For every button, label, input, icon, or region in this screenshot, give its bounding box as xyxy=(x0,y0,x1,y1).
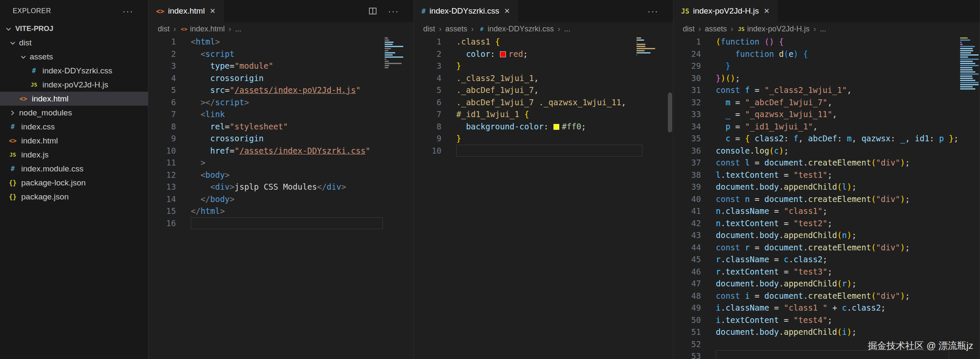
color-swatch[interactable] xyxy=(500,51,506,57)
file-tree-item-package.json[interactable]: {}package.json xyxy=(0,190,148,204)
breadcrumb-item[interactable]: dist xyxy=(423,25,435,34)
file-tree-item-assets[interactable]: assets xyxy=(0,50,148,64)
line-number: 6 xyxy=(148,96,176,109)
minimap[interactable] xyxy=(637,37,654,59)
code-line: 39document.body.appendChild(l); xyxy=(673,181,980,193)
line-content: document.body.appendChild(n); xyxy=(701,229,857,241)
line-content: i.textContent = "test4"; xyxy=(701,314,832,326)
chevron-down-icon xyxy=(8,38,18,48)
breadcrumb: dist›<>index.html›... xyxy=(148,22,413,36)
line-number: 44 xyxy=(673,241,701,254)
file-label: index.js xyxy=(21,150,48,160)
line-content: const n = document.createElement("div"); xyxy=(701,193,910,205)
line-content: (function () { xyxy=(701,36,784,48)
file-tree-item-package-lock.json[interactable]: {}package-lock.json xyxy=(0,176,148,190)
breadcrumb-item[interactable]: ... xyxy=(564,25,570,34)
line-number: 1 xyxy=(673,36,701,48)
file-tree-item-index.js[interactable]: JSindex.js xyxy=(0,148,148,162)
tab-icon-slot: JS xyxy=(681,7,693,15)
html-file-icon: <> xyxy=(156,7,164,15)
file-label: index-poV2Jd-H.js xyxy=(42,80,108,90)
json-file-icon: {} xyxy=(8,179,18,187)
breadcrumb-item[interactable]: ... xyxy=(820,25,826,34)
line-number: 1 xyxy=(148,36,176,48)
line-number: 41 xyxy=(673,205,701,217)
line-content: console.log(c); xyxy=(701,145,789,157)
file-tree-item-index.html[interactable]: <>index.html xyxy=(0,92,148,106)
code-line: 7 <link xyxy=(148,108,413,121)
tab-index-html[interactable]: <> index.html × xyxy=(148,0,223,22)
scrollbar-thumb[interactable] xyxy=(668,93,672,132)
line-number: 4 xyxy=(414,72,441,84)
vscode-window: EXPLORER ··· VITE-PROJ distassets#index-… xyxy=(0,0,980,359)
split-editor-icon[interactable] xyxy=(368,6,378,16)
code-line: 10 xyxy=(414,145,673,157)
line-number: 10 xyxy=(414,145,441,157)
breadcrumb-item[interactable]: dist xyxy=(683,25,695,34)
file-tree: distassets#index-DDYszrki.cssJSindex-poV… xyxy=(0,36,148,204)
editor-more-icon[interactable]: ··· xyxy=(648,7,659,15)
line-content: r.className = c.class2; xyxy=(701,253,827,266)
line-number: 7 xyxy=(148,108,176,121)
breadcrumb-item[interactable]: #index-DDYszrki.css xyxy=(477,25,554,34)
code-editor[interactable]: 1(function () {24 function d(e) {29 }30}… xyxy=(673,36,980,359)
minimap[interactable] xyxy=(385,37,404,71)
line-number: 30 xyxy=(673,72,701,84)
line-number: 47 xyxy=(673,278,701,290)
file-tree-item-index.html[interactable]: <>index.html xyxy=(0,134,148,148)
line-number: 8 xyxy=(414,121,441,133)
explorer-sidebar: EXPLORER ··· VITE-PROJ distassets#index-… xyxy=(0,0,148,359)
editor-group-css: # index-DDYszrki.css × ··· dist›assets›#… xyxy=(414,0,673,359)
breadcrumb-item[interactable]: dist xyxy=(158,25,170,34)
file-tree-item-dist[interactable]: dist xyxy=(0,36,148,50)
line-content: function d(e) { xyxy=(701,48,808,60)
code-line: 5 src="/assets/index-poV2Jd-H.js" xyxy=(148,84,413,96)
line-number: 42 xyxy=(673,217,701,230)
tab-index-ddyszrki-css[interactable]: # index-DDYszrki.css × xyxy=(414,0,518,22)
line-content: src="/assets/index-poV2Jd-H.js" xyxy=(176,84,360,96)
line-number: 9 xyxy=(148,132,176,145)
file-tree-item-node_modules[interactable]: node_modules xyxy=(0,106,148,120)
close-icon[interactable]: × xyxy=(764,6,770,16)
code-editor[interactable]: 1<html>2 <script3 type="module"4 crossor… xyxy=(148,36,413,359)
close-icon[interactable]: × xyxy=(504,6,510,16)
code-line: 10 href="/assets/index-DDYszrki.css" xyxy=(148,145,413,157)
editor-more-icon[interactable]: ··· xyxy=(388,7,399,15)
file-tree-item-index.module.css[interactable]: #index.module.css xyxy=(0,162,148,176)
line-content: ></script> xyxy=(176,96,249,109)
line-content: <html> xyxy=(176,36,220,48)
tabbar-actions: ··· xyxy=(648,0,673,22)
tab-index-pov2jd-h-js[interactable]: JS index-poV2Jd-H.js × xyxy=(673,0,777,22)
line-content: } xyxy=(441,60,461,72)
file-label: package.json xyxy=(21,192,69,202)
breadcrumb-label: dist xyxy=(423,25,435,34)
project-section-header[interactable]: VITE-PROJ xyxy=(0,22,148,36)
breadcrumb-item[interactable]: JSindex-poV2Jd-H.js xyxy=(737,25,810,34)
code-line: 48const i = document.createElement("div"… xyxy=(673,290,980,302)
explorer-more-icon[interactable]: ··· xyxy=(123,7,134,15)
file-tree-item-index-DDYszrki.css[interactable]: #index-DDYszrki.css xyxy=(0,64,148,78)
watermark: 掘金技术社区 @ 漂流瓶jz xyxy=(868,339,973,352)
file-tree-item-index.css[interactable]: #index.css xyxy=(0,120,148,134)
line-number: 48 xyxy=(673,290,701,302)
html-file-icon: <> xyxy=(180,26,188,32)
color-swatch[interactable] xyxy=(553,124,559,130)
breadcrumb-item[interactable]: <>index.html xyxy=(180,25,225,34)
code-editor[interactable]: 1.class1 {2 color: red;3}4._class2_1wjui… xyxy=(414,36,673,359)
line-content: <div>jsplp CSS Modules</div> xyxy=(176,181,346,193)
breadcrumb-item[interactable]: ... xyxy=(235,25,241,34)
breadcrumb-item[interactable]: assets xyxy=(445,25,467,34)
breadcrumb-label: index-DDYszrki.css xyxy=(488,25,554,34)
line-number: 49 xyxy=(673,302,701,314)
breadcrumb-separator: › xyxy=(813,25,816,34)
file-tree-item-index-poV2Jd-H.js[interactable]: JSindex-poV2Jd-H.js xyxy=(0,78,148,92)
css-file-icon: # xyxy=(477,26,486,32)
breadcrumb-item[interactable]: assets xyxy=(705,25,727,34)
code-line: 12 <body> xyxy=(148,169,413,181)
css-file-icon: # xyxy=(8,165,18,173)
code-line: 29 } xyxy=(673,60,980,72)
minimap[interactable] xyxy=(960,37,974,95)
line-number: 12 xyxy=(148,169,176,181)
line-content: } xyxy=(441,132,461,145)
close-icon[interactable]: × xyxy=(210,6,215,16)
